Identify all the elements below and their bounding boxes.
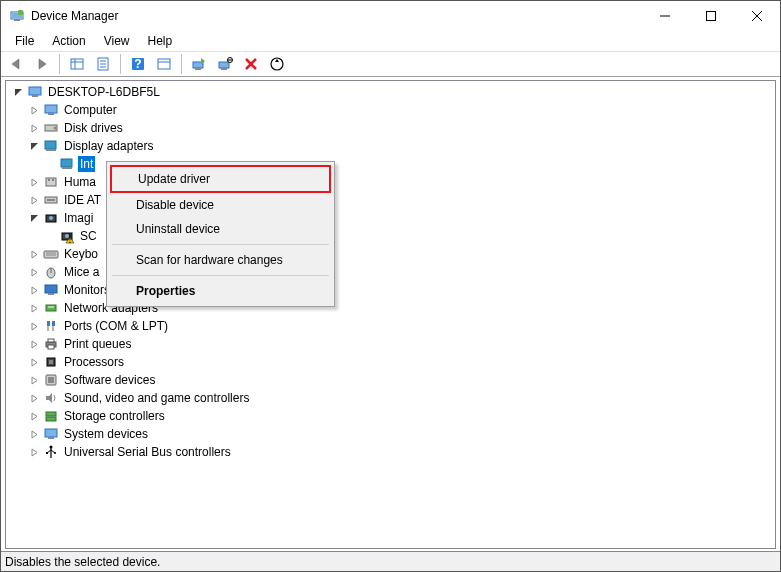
- svg-marker-47: [32, 179, 37, 186]
- back-button[interactable]: [5, 53, 27, 75]
- svg-marker-91: [32, 413, 37, 420]
- svg-point-56: [49, 216, 53, 220]
- collapse-icon[interactable]: [26, 412, 42, 421]
- window-title: Device Manager: [31, 9, 642, 23]
- update-driver-button[interactable]: [188, 53, 210, 75]
- minimize-button[interactable]: [642, 1, 688, 31]
- collapse-icon[interactable]: [26, 340, 42, 349]
- svg-marker-68: [32, 287, 37, 294]
- svg-marker-90: [46, 393, 52, 403]
- tree-label: DESKTOP-L6DBF5L: [46, 84, 162, 100]
- svg-rect-95: [45, 429, 57, 437]
- disable-device-button[interactable]: [214, 53, 236, 75]
- menu-file[interactable]: File: [7, 32, 42, 50]
- expand-icon[interactable]: [26, 214, 42, 223]
- collapse-icon[interactable]: [26, 286, 42, 295]
- svg-marker-42: [31, 143, 38, 150]
- ctx-scan-hardware[interactable]: Scan for hardware changes: [110, 248, 331, 272]
- maximize-button[interactable]: [688, 1, 734, 31]
- collapse-icon[interactable]: [26, 250, 42, 259]
- svg-marker-36: [32, 107, 37, 114]
- tree-node-storage[interactable]: Storage controllers: [6, 407, 775, 425]
- svg-rect-2: [14, 19, 20, 21]
- tree-label: Disk drives: [62, 120, 125, 136]
- svg-rect-76: [52, 321, 55, 326]
- tree-node-sound[interactable]: Sound, video and game controllers: [6, 389, 775, 407]
- tree-label: Software devices: [62, 372, 157, 388]
- show-hide-tree-button[interactable]: [66, 53, 88, 75]
- system-icon: [42, 426, 60, 442]
- toolbar: ?: [1, 51, 780, 77]
- keyboard-icon: [42, 246, 60, 262]
- expand-icon[interactable]: [26, 142, 42, 151]
- tree-node-disk-drives[interactable]: Disk drives: [6, 119, 775, 137]
- close-button[interactable]: [734, 1, 780, 31]
- processor-icon: [42, 354, 60, 370]
- monitor-icon: [42, 282, 60, 298]
- menu-action[interactable]: Action: [44, 32, 93, 50]
- svg-rect-45: [61, 159, 72, 167]
- scan-hardware-button[interactable]: [266, 53, 288, 75]
- mouse-icon: [42, 264, 60, 280]
- collapse-icon[interactable]: [26, 268, 42, 277]
- collapse-icon[interactable]: [26, 124, 42, 133]
- tree-label: Mice a: [62, 264, 101, 280]
- tree-node-computer[interactable]: Computer: [6, 101, 775, 119]
- collapse-icon[interactable]: [26, 394, 42, 403]
- imaging-icon: [42, 210, 60, 226]
- svg-rect-75: [47, 321, 50, 326]
- menu-help[interactable]: Help: [140, 32, 181, 50]
- collapse-icon[interactable]: [26, 448, 42, 457]
- tree-node-display-adapters[interactable]: Display adapters: [6, 137, 775, 155]
- properties-button[interactable]: [92, 53, 114, 75]
- collapse-icon[interactable]: [26, 196, 42, 205]
- svg-rect-19: [158, 59, 170, 69]
- forward-button[interactable]: [31, 53, 53, 75]
- svg-rect-37: [45, 105, 57, 113]
- tree-node-usb[interactable]: Universal Serial Bus controllers: [6, 443, 775, 461]
- svg-marker-61: [32, 251, 37, 258]
- display-adapter-icon: [58, 156, 76, 172]
- collapse-icon[interactable]: [26, 430, 42, 439]
- menu-view[interactable]: View: [96, 32, 138, 50]
- uninstall-device-button[interactable]: [240, 53, 262, 75]
- tree-root[interactable]: DESKTOP-L6DBF5L: [6, 83, 775, 101]
- collapse-icon[interactable]: [26, 322, 42, 331]
- tree-node-software-devices[interactable]: Software devices: [6, 371, 775, 389]
- ctx-disable-device[interactable]: Disable device: [110, 193, 331, 217]
- collapse-icon[interactable]: [26, 358, 42, 367]
- tree-node-print-queues[interactable]: Print queues: [6, 335, 775, 353]
- svg-marker-33: [15, 89, 22, 96]
- svg-rect-22: [195, 68, 201, 70]
- ctx-properties[interactable]: Properties: [110, 279, 331, 303]
- toolbar-separator: [59, 54, 60, 74]
- svg-rect-70: [48, 293, 54, 295]
- tree-label: Ports (COM & LPT): [62, 318, 170, 334]
- ctx-update-driver[interactable]: Update driver: [110, 165, 331, 193]
- svg-marker-9: [39, 59, 46, 69]
- tree-node-ports[interactable]: Ports (COM & LPT): [6, 317, 775, 335]
- collapse-icon[interactable]: [26, 304, 42, 313]
- svg-rect-85: [49, 360, 53, 364]
- tree-node-system[interactable]: System devices: [6, 425, 775, 443]
- imaging-warning-icon: !: [58, 228, 76, 244]
- tree-node-processors[interactable]: Processors: [6, 353, 775, 371]
- ctx-uninstall-device[interactable]: Uninstall device: [110, 217, 331, 241]
- hid-icon: [42, 174, 60, 190]
- svg-rect-43: [45, 141, 56, 149]
- list-button[interactable]: [153, 53, 175, 75]
- svg-rect-53: [47, 199, 55, 201]
- svg-text:!: !: [68, 232, 71, 245]
- svg-point-41: [54, 127, 57, 130]
- expand-icon[interactable]: [10, 88, 26, 97]
- window-controls: [642, 1, 780, 31]
- ide-icon: [42, 192, 60, 208]
- collapse-icon[interactable]: [26, 106, 42, 115]
- collapse-icon[interactable]: [26, 376, 42, 385]
- help-button[interactable]: ?: [127, 53, 149, 75]
- tree-label: Monitors: [62, 282, 112, 298]
- collapse-icon[interactable]: [26, 178, 42, 187]
- computer-icon: [42, 102, 60, 118]
- svg-point-49: [48, 179, 50, 181]
- tree-label: Processors: [62, 354, 126, 370]
